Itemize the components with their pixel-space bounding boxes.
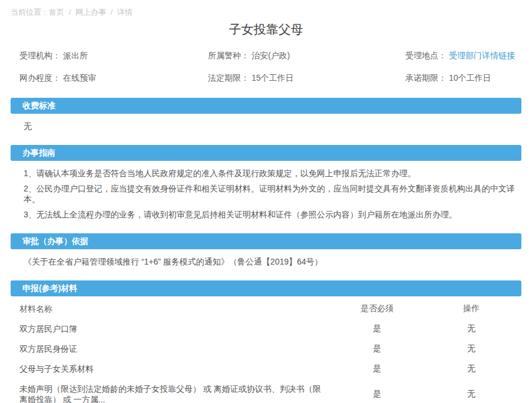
material-name: 双方居民身份证	[19, 343, 333, 354]
info-field-promised-time-limit: 承诺期限： 10个工作日	[405, 73, 515, 84]
info-label: 受理机构：	[19, 51, 61, 60]
breadcrumb-separator: /	[111, 8, 113, 16]
material-name: 父母与子女关系材料	[19, 364, 333, 374]
table-row: 双方居民身份证 是 无	[11, 339, 521, 359]
table-row: 双方居民户口簿 是 无	[11, 319, 521, 339]
materials-table: 材料名称 是否必须 操作 双方居民户口簿 是 无 双方居民身份证 是 无 父母与…	[11, 296, 521, 403]
service-guide-list: 1、请确认本项业务是否符合当地人民政府规定的准入条件及现行政策规定，以免网上申报…	[11, 161, 521, 227]
section-header-application-materials: 申报(参考)材料	[11, 280, 521, 296]
info-value: 15个工作日	[252, 73, 294, 82]
info-label: 受理地点：	[405, 51, 447, 60]
breadcrumb-online-services[interactable]: 网上办事	[75, 8, 106, 16]
info-label: 承诺期限：	[405, 73, 447, 82]
page-title: 子女投靠父母	[11, 21, 521, 38]
breadcrumb-detail: 详情	[117, 8, 133, 16]
info-value: 派出所	[63, 51, 88, 60]
guide-item: 3、无法线上全流程办理的业务，请收到初审意见后持相关证明材料和证件（参照公示内容…	[24, 209, 521, 220]
material-action: 无	[421, 364, 521, 374]
guide-item: 2、公民办理户口登记，应当提交有效身份证件和相关证明材料。证明材料为外文的，应当…	[24, 183, 521, 204]
materials-table-header: 材料名称 是否必须 操作	[11, 299, 521, 319]
info-label: 网办程度：	[19, 73, 61, 82]
accepting-department-link[interactable]: 受理部门详情链接	[449, 51, 515, 60]
material-required: 是	[333, 323, 421, 334]
section-header-fee-standard: 收费标准	[11, 98, 521, 114]
info-field-accepting-agency: 受理机构： 派出所	[19, 51, 208, 61]
material-name: 双方居民户口簿	[19, 323, 333, 334]
page-container: 当前位置：首页 / 网上办事 / 详情 子女投靠父母 受理机构： 派出所 所属警…	[0, 0, 532, 403]
material-required: 是	[333, 364, 421, 374]
info-label: 法定期限：	[208, 73, 249, 82]
material-required: 是	[333, 389, 421, 399]
breadcrumb-home[interactable]: 首页	[49, 8, 64, 16]
info-field-accepting-location: 受理地点： 受理部门详情链接	[405, 51, 515, 61]
material-action: 无	[421, 389, 521, 399]
approval-basis-content: 《关于在全省户籍管理领域推行 “1+6” 服务模式的通知》（鲁公通【2019】6…	[11, 249, 521, 275]
fee-standard-content: 无	[11, 114, 521, 139]
info-field-legal-time-limit: 法定期限： 15个工作日	[208, 73, 405, 84]
info-field-police-category: 所属警种： 治安(户政)	[208, 51, 405, 61]
breadcrumb-label: 当前位置：	[11, 8, 49, 16]
column-header-action: 操作	[421, 303, 521, 314]
info-label: 所属警种：	[208, 51, 249, 60]
column-header-required: 是否必须	[333, 303, 421, 314]
section-header-service-guide: 办事指南	[11, 145, 521, 161]
column-header-material-name: 材料名称	[19, 303, 333, 314]
breadcrumb-separator: /	[69, 8, 71, 16]
info-value: 在线预审	[63, 73, 96, 82]
table-row: 未婚声明（限达到法定婚龄的未婚子女投靠父母） 或 离婚证或协议书、判决书（限离婚…	[11, 379, 521, 403]
material-name: 未婚声明（限达到法定婚龄的未婚子女投靠父母） 或 离婚证或协议书、判决书（限离婚…	[19, 384, 333, 403]
breadcrumb: 当前位置：首页 / 网上办事 / 详情	[11, 0, 521, 18]
table-row: 父母与子女关系材料 是 无	[11, 359, 521, 379]
info-value: 10个工作日	[449, 73, 491, 82]
service-info-grid: 受理机构： 派出所 所属警种： 治安(户政) 受理地点： 受理部门详情链接 网办…	[11, 38, 521, 92]
section-header-approval-basis: 审批（办事）依据	[11, 233, 521, 249]
material-required: 是	[333, 343, 421, 354]
info-value: 治安(户政)	[252, 51, 290, 60]
guide-item: 1、请确认本项业务是否符合当地人民政府规定的准入条件及现行政策规定，以免网上申报…	[24, 168, 521, 179]
material-action: 无	[421, 323, 521, 334]
info-field-online-degree: 网办程度： 在线预审	[19, 73, 208, 84]
material-action: 无	[421, 343, 521, 354]
